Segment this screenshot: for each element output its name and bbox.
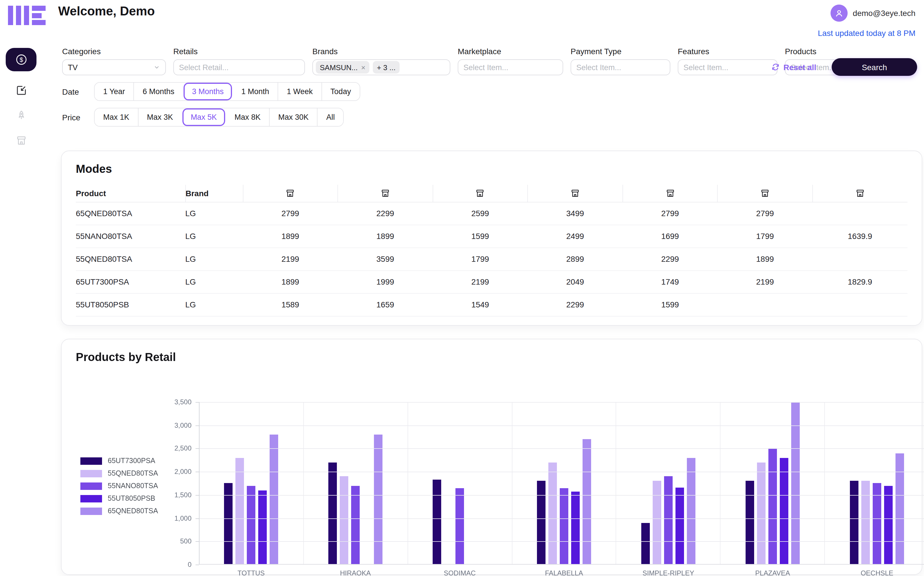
sidebar-item-import[interactable] xyxy=(15,84,27,96)
price-filter-group: Max 1KMax 3KMax 5KMax 8KMax 30KAll xyxy=(94,108,344,126)
y-tick-label: 3,500 xyxy=(160,398,192,406)
storefront-icon xyxy=(665,188,675,198)
price-option-max-1k[interactable]: Max 1K xyxy=(95,108,138,126)
y-tick-label: 0 xyxy=(160,561,192,569)
last-updated-text: Last updated today at 8 PM xyxy=(818,29,916,38)
marketplace-select[interactable]: Select Item... xyxy=(458,59,563,75)
bar-55ut8050psb xyxy=(571,491,580,565)
brand-cell: LG xyxy=(185,270,243,293)
legend-item[interactable]: 65QNED80TSA xyxy=(80,507,158,515)
legend-item[interactable]: 55QNED80TSA xyxy=(80,469,158,477)
y-tick-mark xyxy=(196,541,199,542)
payment-type-select[interactable]: Select Item... xyxy=(571,59,670,75)
features-placeholder: Select Item... xyxy=(683,63,728,72)
date-option-3-months[interactable]: 3 Months xyxy=(183,83,232,100)
bar-slot xyxy=(664,476,673,565)
date-option-1-week[interactable]: 1 Week xyxy=(278,83,321,100)
price-cell: 2499 xyxy=(528,225,622,248)
search-button[interactable]: Search xyxy=(831,58,917,76)
brand-cell: LG xyxy=(185,202,243,225)
date-option-today[interactable]: Today xyxy=(321,83,359,100)
price-cell: 2199 xyxy=(243,248,338,270)
gridline xyxy=(199,448,924,449)
bar-slot xyxy=(374,435,383,565)
product-cell: 55QNED80TSA xyxy=(76,248,185,270)
dollar-circle-icon: $ xyxy=(14,53,28,66)
price-cell: 1799 xyxy=(718,225,812,248)
price-cell: 1699 xyxy=(623,225,718,248)
bar-65ut7300psa xyxy=(850,481,858,565)
brand-more-chip[interactable]: + 3 ... xyxy=(373,61,400,74)
price-option-max-30k[interactable]: Max 30K xyxy=(269,108,317,126)
y-tick-mark xyxy=(196,565,199,565)
user-email[interactable]: demo@3eye.tech xyxy=(853,8,916,18)
categories-select[interactable]: TV xyxy=(62,59,166,75)
brands-select[interactable]: SAMSUN... × + 3 ... xyxy=(312,59,450,75)
product-cell: 65QNED80TSA xyxy=(76,202,185,225)
x-axis-label: SODIMAC xyxy=(408,569,512,576)
price-cell: 2799 xyxy=(243,202,338,225)
remove-chip-icon[interactable]: × xyxy=(361,63,365,72)
date-option-1-month[interactable]: 1 Month xyxy=(232,83,278,100)
brand-cell: LG xyxy=(185,225,243,248)
sidebar-item-stores[interactable] xyxy=(15,134,27,147)
price-cell: 2799 xyxy=(623,202,718,225)
price-cell: 1549 xyxy=(432,293,528,316)
retailer-column-header xyxy=(432,185,528,202)
bar-chart: 65UT7300PSA55QNED80TSA55NANO80TSA55UT805… xyxy=(76,364,908,563)
reset-all-button[interactable]: Reset all xyxy=(771,62,816,72)
legend-item[interactable]: 55NANO80TSA xyxy=(80,482,158,490)
chevron-down-icon xyxy=(153,64,160,71)
retails-select[interactable]: Select Retail... xyxy=(173,59,305,75)
gridline xyxy=(199,541,924,542)
legend-item[interactable]: 55UT8050PSB xyxy=(80,494,158,502)
price-cell xyxy=(812,293,908,316)
price-option-max-8k[interactable]: Max 8K xyxy=(225,108,269,126)
brand-chip-label: SAMSUN... xyxy=(320,63,358,72)
gridline xyxy=(199,495,924,496)
price-cell: 1999 xyxy=(338,270,432,293)
bar-group-sodimac xyxy=(408,402,512,565)
sidebar-item-pricing[interactable]: $ xyxy=(6,48,37,71)
user-avatar[interactable] xyxy=(830,5,847,22)
y-tick-label: 500 xyxy=(160,537,192,545)
table-row: 65QNED80TSALG279922992599349927992799 xyxy=(76,202,908,225)
y-tick-label: 1,500 xyxy=(160,491,192,499)
bar-55ut8050psb xyxy=(675,488,684,565)
box-arrow-in-icon xyxy=(15,84,27,96)
legend-label: 55QNED80TSA xyxy=(108,469,158,477)
app-logo[interactable] xyxy=(8,6,46,25)
retailer-column-header xyxy=(528,185,622,202)
brand-chip[interactable]: SAMSUN... × xyxy=(316,61,369,74)
price-option-max-5k[interactable]: Max 5K xyxy=(182,108,225,126)
bar-slot xyxy=(850,481,858,565)
legend-label: 65UT7300PSA xyxy=(108,457,155,465)
date-option-6-months[interactable]: 6 Months xyxy=(134,83,183,100)
retailer-column-header xyxy=(812,185,908,202)
bar-slot xyxy=(779,458,788,565)
svg-text:$: $ xyxy=(19,56,23,63)
logo-bar xyxy=(8,6,13,25)
retailer-column-header xyxy=(623,185,718,202)
price-cell: 2899 xyxy=(528,248,622,270)
person-icon xyxy=(834,8,844,18)
brand-cell: LG xyxy=(185,248,243,270)
legend-item[interactable]: 65UT7300PSA xyxy=(80,457,158,465)
storefront-icon xyxy=(760,188,770,198)
date-option-1-year[interactable]: 1 Year xyxy=(95,83,134,100)
payment-type-placeholder: Select Item... xyxy=(576,63,621,72)
price-cell: 1899 xyxy=(338,225,432,248)
price-option-max-3k[interactable]: Max 3K xyxy=(138,108,182,126)
price-option-all[interactable]: All xyxy=(317,108,343,126)
legend-swatch xyxy=(80,507,102,515)
bar-55qned80tsa xyxy=(340,476,349,565)
bar-group-tottus xyxy=(199,402,304,565)
features-select[interactable]: Select Item... xyxy=(678,59,777,75)
brand-more-label: + 3 ... xyxy=(377,63,396,72)
x-axis-label: PLAZAVEA xyxy=(720,569,825,576)
modes-card: Modes ProductBrand 65QNED80TSALG27992299… xyxy=(61,150,922,326)
table-row: 55NANO80TSALG189918991599249916991799163… xyxy=(76,225,908,248)
sidebar-item-launch[interactable] xyxy=(15,109,27,122)
date-filter-label: Date xyxy=(62,87,94,96)
product-cell: 65UT7300PSA xyxy=(76,270,185,293)
